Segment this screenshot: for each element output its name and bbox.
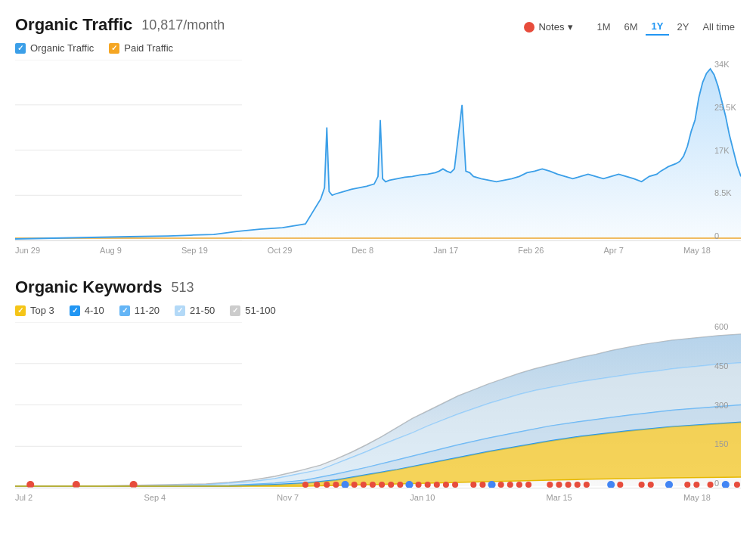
keywords-y-axis: 0 150 300 450 600 [711, 322, 741, 488]
organic-checkbox[interactable] [15, 43, 26, 54]
y-label-8k: 8.5K [714, 188, 737, 197]
y-label-25k: 25.5K [714, 103, 737, 112]
organic-keywords-section: Organic Keywords 513 Top 3 4-10 11-20 21… [15, 277, 741, 502]
note-dot-3[interactable] [130, 481, 138, 488]
x-label-sep19: Sep 19 [181, 246, 208, 255]
kx-label-nov7: Nov 7 [277, 493, 299, 502]
4-10-label: 4-10 [85, 305, 104, 316]
kx-label-sep4: Sep 4 [144, 493, 166, 502]
y-label-0: 0 [714, 231, 737, 240]
note-dot-24[interactable] [525, 482, 531, 488]
note-dot-23[interactable] [516, 482, 522, 488]
traffic-chart-area: 0 8.5K 17K 25.5K 34K [15, 60, 741, 241]
kx-label-mar15: Mar 15 [546, 493, 572, 502]
traffic-title-group: Organic Traffic 10,817/month [15, 15, 225, 35]
organic-traffic-section: Organic Traffic 10,817/month Notes ▾ 1M … [15, 15, 741, 255]
kx-label-may18: May 18 [683, 493, 711, 502]
time-filter-group: 1M 6M 1Y 2Y All time [590, 18, 741, 36]
note-dot-27[interactable] [565, 482, 572, 488]
note-dot-26[interactable] [556, 482, 562, 488]
11-20-checkbox[interactable] [119, 305, 130, 316]
keywords-value: 513 [171, 280, 194, 296]
legend-organic: Organic Traffic [15, 42, 94, 54]
note-dot-9[interactable] [361, 482, 367, 488]
keywords-chart-svg [15, 322, 741, 488]
note-dot-33[interactable] [684, 482, 690, 488]
filter-1y[interactable]: 1Y [646, 18, 670, 36]
11-20-label: 11-20 [135, 305, 160, 316]
keywords-title-group: Organic Keywords 513 [15, 277, 741, 297]
legend-paid: Paid Traffic [109, 42, 173, 54]
traffic-controls: Notes ▾ 1M 6M 1Y 2Y All time [518, 18, 741, 36]
notes-label: Notes [538, 21, 564, 33]
4-10-checkbox[interactable] [70, 305, 80, 316]
organic-area [15, 69, 741, 239]
kx-label-jul2: Jul 2 [15, 493, 33, 502]
legend-top3: Top 3 [15, 305, 54, 316]
note-dot-6[interactable] [324, 482, 330, 488]
traffic-chart-container: 0 8.5K 17K 25.5K 34K Jun 29 Aug 9 Sep 19… [15, 60, 741, 255]
51-100-checkbox[interactable] [230, 305, 240, 316]
note-dot-1[interactable] [26, 481, 34, 488]
note-dot-34[interactable] [693, 482, 699, 488]
note-dot-21[interactable] [498, 482, 504, 488]
21-50-checkbox[interactable] [175, 305, 185, 316]
keywords-legend: Top 3 4-10 11-20 21-50 51-100 [15, 305, 741, 316]
x-label-feb26: Feb 26 [518, 246, 544, 255]
note-dot-15[interactable] [425, 482, 431, 488]
note-dot-29[interactable] [584, 482, 590, 488]
legend-11-20: 11-20 [119, 305, 160, 316]
note-dot-18[interactable] [452, 482, 458, 488]
y-label-17k: 17K [714, 146, 737, 155]
note-dot-5[interactable] [314, 482, 320, 488]
note-dot-11[interactable] [379, 482, 385, 488]
ky-label-300: 300 [714, 401, 737, 410]
x-label-may18: May 18 [683, 246, 711, 255]
51-100-label: 51-100 [245, 305, 275, 316]
21-50-label: 21-50 [190, 305, 215, 316]
filter-1m[interactable]: 1M [590, 19, 616, 35]
traffic-legend: Organic Traffic Paid Traffic [15, 42, 741, 54]
notes-icon [524, 22, 534, 33]
filter-2y[interactable]: 2Y [671, 19, 695, 35]
note-dot-32[interactable] [648, 482, 654, 488]
note-dot-17[interactable] [443, 482, 449, 488]
ky-label-150: 150 [714, 439, 737, 448]
x-label-jun29: Jun 29 [15, 246, 40, 255]
keywords-x-axis: Jul 2 Sep 4 Nov 7 Jan 10 Mar 15 May 18 [15, 488, 741, 502]
note-dot-12[interactable] [388, 482, 394, 488]
x-label-jan17: Jan 17 [433, 246, 458, 255]
note-dot-14[interactable] [416, 482, 422, 488]
note-dot-7[interactable] [333, 482, 339, 488]
note-dot-16[interactable] [434, 482, 440, 488]
x-label-oct29: Oct 29 [268, 246, 292, 255]
legend-21-50: 21-50 [175, 305, 215, 316]
traffic-x-axis: Jun 29 Aug 9 Sep 19 Oct 29 Dec 8 Jan 17 … [15, 241, 741, 255]
note-dot-22[interactable] [507, 482, 513, 488]
note-dot-30[interactable] [617, 482, 623, 488]
keywords-title: Organic Keywords [15, 277, 162, 297]
note-dot-20[interactable] [479, 482, 485, 488]
traffic-y-axis: 0 8.5K 17K 25.5K 34K [711, 60, 741, 240]
note-dot-31[interactable] [639, 482, 645, 488]
keywords-chart-container: 0 150 300 450 600 Jul 2 Sep 4 Nov 7 Jan … [15, 322, 741, 502]
filter-alltime[interactable]: All time [696, 19, 741, 35]
note-dot-19[interactable] [470, 482, 476, 488]
ky-label-450: 450 [714, 361, 737, 370]
note-dot-10[interactable] [370, 482, 376, 488]
note-dot-2[interactable] [73, 481, 80, 488]
note-dot-25[interactable] [547, 482, 553, 488]
notes-button[interactable]: Notes ▾ [518, 19, 579, 35]
legend-4-10: 4-10 [70, 305, 104, 316]
paid-checkbox[interactable] [109, 43, 119, 54]
traffic-chart-svg [15, 60, 741, 240]
note-dot-4[interactable] [302, 482, 308, 488]
note-dot-28[interactable] [575, 482, 581, 488]
filter-6m[interactable]: 6M [618, 19, 644, 35]
note-dot-8[interactable] [352, 482, 358, 488]
x-label-apr7: Apr 7 [604, 246, 624, 255]
paid-label: Paid Traffic [124, 42, 173, 54]
keywords-chart-area: 0 150 300 450 600 [15, 322, 741, 488]
top3-checkbox[interactable] [15, 305, 26, 316]
note-dot-13[interactable] [397, 482, 403, 488]
